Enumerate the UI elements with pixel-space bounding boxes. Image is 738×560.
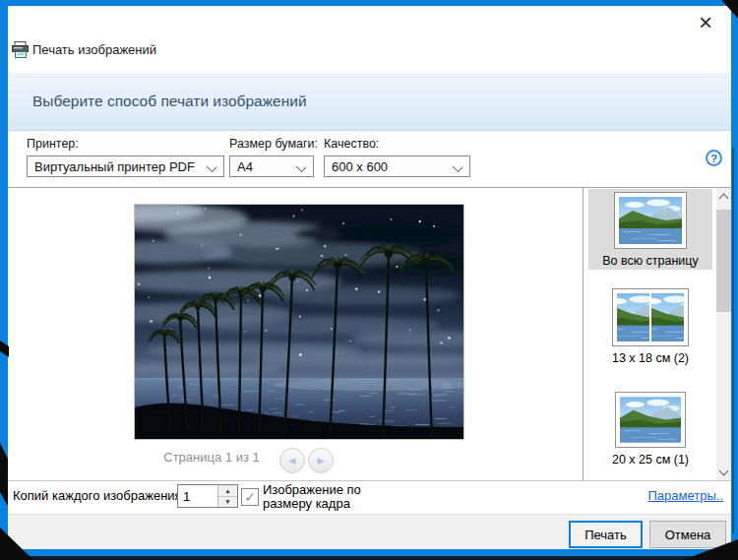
arrow-right-icon: ▶ bbox=[318, 456, 325, 466]
help-icon[interactable]: ? bbox=[706, 150, 722, 166]
thumbnail-image bbox=[651, 293, 684, 342]
spin-up-icon[interactable]: ▲ bbox=[218, 485, 237, 497]
quality-select[interactable]: 600 x 600 bbox=[324, 156, 470, 177]
divider bbox=[583, 188, 584, 480]
divider bbox=[8, 480, 731, 481]
page-title: Выберите способ печати изображений bbox=[32, 93, 307, 110]
paper-size-select[interactable]: A4 bbox=[229, 156, 314, 177]
printer-select[interactable]: Виртуальный принтер PDF bbox=[27, 156, 224, 177]
scrollbar-thumb[interactable] bbox=[716, 210, 731, 312]
options-link[interactable]: Параметры.. bbox=[638, 488, 723, 503]
header-band: Выберите способ печати изображений bbox=[8, 73, 731, 131]
paper-size-select-value: A4 bbox=[237, 159, 253, 174]
chevron-down-icon bbox=[453, 162, 462, 172]
printer-icon bbox=[12, 41, 30, 58]
chevron-up-icon bbox=[719, 193, 729, 203]
print-button[interactable]: Печать bbox=[569, 521, 643, 548]
fit-to-frame-checkbox[interactable]: ✓ bbox=[241, 488, 259, 506]
paper-size-label: Размер бумаги: bbox=[229, 137, 318, 151]
thumbnail-frame bbox=[615, 392, 686, 448]
layout-option-13x18[interactable]: 13 x 18 см (2) bbox=[588, 288, 712, 371]
thumbnail-image bbox=[619, 197, 682, 244]
print-pictures-dialog: Печать изображений × Выберите способ печ… bbox=[0, 0, 738, 560]
divider bbox=[8, 187, 731, 188]
thumbnail-frame bbox=[614, 192, 687, 249]
next-page-button[interactable]: ▶ bbox=[308, 448, 334, 473]
thumbnail-frame bbox=[612, 288, 689, 346]
chevron-down-icon bbox=[719, 466, 729, 475]
printer-label: Принтер: bbox=[27, 137, 79, 151]
previous-page-button[interactable]: ◀ bbox=[279, 448, 305, 473]
printer-select-value: Виртуальный принтер PDF bbox=[34, 159, 195, 174]
layout-option-20x25[interactable]: 20 x 25 см (1) bbox=[588, 392, 712, 472]
arrow-left-icon: ◀ bbox=[289, 456, 296, 466]
window-title: Печать изображений bbox=[32, 42, 156, 57]
copies-stepper[interactable]: ▲ ▼ bbox=[177, 484, 238, 508]
fit-to-frame-label: Изображение по размеру кадра bbox=[263, 483, 379, 511]
quality-select-value: 600 x 600 bbox=[332, 159, 388, 174]
print-preview-image bbox=[134, 204, 464, 440]
wallpaper-strip bbox=[0, 556, 738, 560]
close-icon[interactable]: × bbox=[687, 6, 724, 39]
cancel-button[interactable]: Отмена bbox=[649, 521, 726, 548]
night-palms-photo bbox=[135, 205, 463, 439]
spin-down-icon[interactable]: ▼ bbox=[218, 497, 237, 508]
checkmark-icon: ✓ bbox=[244, 489, 256, 505]
scroll-down-button[interactable] bbox=[716, 464, 731, 480]
wallpaper-wedge bbox=[0, 443, 8, 506]
chevron-down-icon bbox=[207, 162, 216, 172]
quality-label: Качество: bbox=[324, 137, 379, 151]
sidebar-scrollbar[interactable] bbox=[716, 188, 731, 480]
layout-option-full-page[interactable]: Во всю страницу bbox=[588, 189, 712, 270]
layout-option-label: 20 x 25 см (1) bbox=[612, 453, 689, 467]
layout-option-label: Во всю страницу bbox=[602, 254, 699, 268]
copies-input[interactable] bbox=[178, 485, 217, 507]
scroll-up-button[interactable] bbox=[716, 188, 731, 205]
chevron-down-icon bbox=[296, 162, 306, 172]
thumbnail-image bbox=[617, 293, 649, 342]
thumbnail-image bbox=[620, 397, 681, 443]
border-shadow bbox=[732, 148, 734, 533]
copies-label: Копий каждого изображения: bbox=[13, 488, 185, 503]
layout-option-label: 13 x 18 см (2) bbox=[612, 351, 689, 365]
page-status: Страница 1 из 1 bbox=[148, 450, 276, 465]
